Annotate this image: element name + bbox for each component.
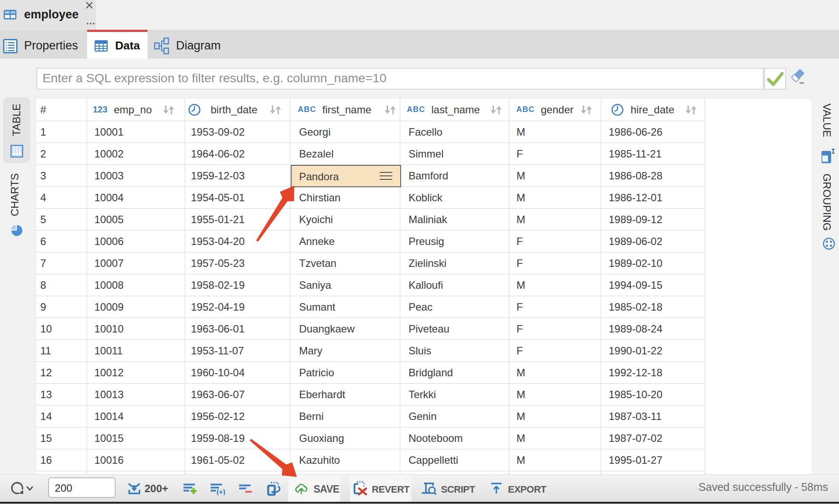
svg-text:(+): (+) (217, 488, 226, 495)
